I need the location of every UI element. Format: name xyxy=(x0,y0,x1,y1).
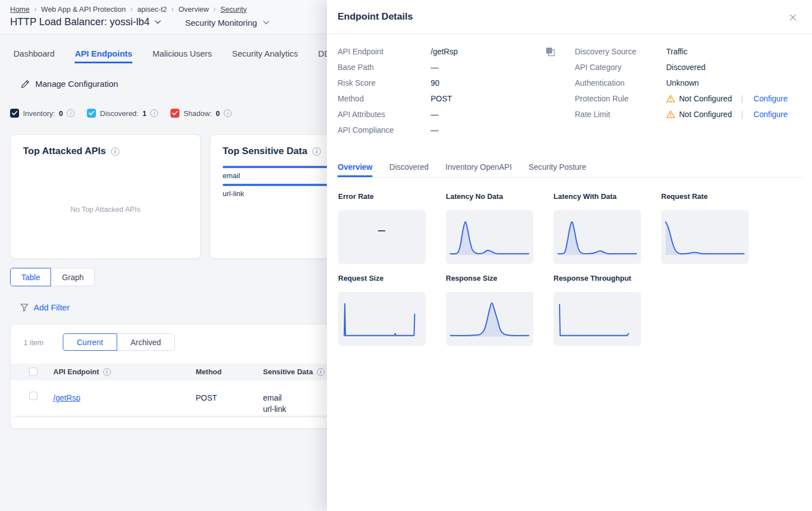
breadcrumb-home[interactable]: Home xyxy=(10,5,30,13)
legend-shadow-count: 0 xyxy=(216,109,220,118)
chart-title: Latency With Data xyxy=(553,192,641,201)
load-balancer-title: HTTP Load Balancer: yossi-lb4 xyxy=(10,16,150,28)
sensitive-data-label: url-link xyxy=(223,189,244,198)
legend-discovered-label: Discovered: xyxy=(100,109,139,118)
chart-latency-no-data: Latency No Data xyxy=(446,192,533,264)
legend-shadow: Shadow: 0 xyxy=(170,109,232,118)
field-api-category: API Category Discovered xyxy=(575,59,788,75)
add-filter-button[interactable]: Add Filter xyxy=(20,303,70,312)
sensitive-data-value: email xyxy=(263,392,286,403)
field-api-attributes: API Attributes — xyxy=(338,106,458,122)
chevron-down-icon xyxy=(263,21,269,25)
close-icon[interactable] xyxy=(789,13,797,21)
panel-tab-inventory-openapi[interactable]: Inventory OpenAPI xyxy=(445,162,511,177)
select-all-checkbox[interactable] xyxy=(29,368,38,376)
chart-canvas xyxy=(338,210,426,264)
field-label: Discovery Source xyxy=(575,47,666,56)
field-value: Traffic xyxy=(666,47,688,56)
tab-security-analytics[interactable]: Security Analytics xyxy=(232,49,298,63)
details-left-column: API Endpoint /getRsp Base Path — Risk Sc… xyxy=(338,44,458,138)
chart-canvas xyxy=(553,292,641,346)
column-method: Method xyxy=(196,368,222,376)
panel-tab-overview[interactable]: Overview xyxy=(338,162,372,177)
chart-canvas xyxy=(446,210,533,264)
add-filter-label: Add Filter xyxy=(34,303,70,312)
endpoint-type-legend: Inventory: 0 Discovered: 1 Shadow: 0 xyxy=(10,109,232,118)
panel-title: Endpoint Details xyxy=(338,11,413,22)
pencil-icon xyxy=(21,80,30,89)
warning-icon xyxy=(666,110,675,118)
endpoint-link[interactable]: /getRsp xyxy=(53,393,80,402)
state-toggle-current[interactable]: Current xyxy=(63,333,117,351)
configure-rate-limit-link[interactable]: Configure xyxy=(754,110,788,119)
column-sensitive-data-label: Sensitive Data xyxy=(263,368,313,376)
view-toggle-table[interactable]: Table xyxy=(10,268,51,286)
chart-response-throughput: Response Throughput xyxy=(553,274,641,346)
separator: | xyxy=(741,94,743,103)
legend-inventory-count: 0 xyxy=(59,109,63,118)
field-value: Unknown xyxy=(666,78,699,87)
top-attacked-apis-card: Top Attacked APIs No Top Attacked APIs xyxy=(10,134,201,259)
field-discovery-source: Discovery Source Traffic xyxy=(575,44,788,59)
info-icon xyxy=(67,109,75,117)
tab-api-endpoints[interactable]: API Endpoints xyxy=(75,49,132,63)
chart-canvas xyxy=(553,210,641,264)
breadcrumb-security[interactable]: Security xyxy=(220,5,247,13)
breadcrumb-namespace[interactable]: apisec-t2 xyxy=(137,5,167,13)
state-toggle: Current Archived xyxy=(63,333,175,351)
copy-icon[interactable] xyxy=(546,47,555,57)
protection-rule-status: Not Configured xyxy=(679,94,732,103)
shadow-checkbox[interactable] xyxy=(170,109,179,118)
chart-canvas xyxy=(338,292,426,346)
field-label: API Attributes xyxy=(338,110,431,119)
state-toggle-archived[interactable]: Archived xyxy=(117,333,175,351)
manage-configuration-label: Manage Configuration xyxy=(35,79,118,89)
chart-title: Request Size xyxy=(338,274,426,283)
field-label: Risk Score xyxy=(338,78,431,87)
field-value: — xyxy=(431,63,439,72)
page-title[interactable]: HTTP Load Balancer: yossi-lb4 xyxy=(10,16,161,28)
security-monitoring-select[interactable]: Security Monitoring xyxy=(185,18,269,27)
inventory-checkbox[interactable] xyxy=(10,109,19,118)
no-data-dash xyxy=(378,230,385,231)
field-label: Base Path xyxy=(338,63,431,72)
info-icon xyxy=(103,368,111,376)
info-icon xyxy=(111,147,119,156)
panel-tab-discovered[interactable]: Discovered xyxy=(389,162,428,177)
charts-grid: Error Rate Latency No Data Latency With … xyxy=(338,192,749,346)
check-icon xyxy=(89,111,94,115)
breadcrumb-overview[interactable]: Overview xyxy=(178,5,209,13)
chart-title: Response Size xyxy=(446,274,533,283)
row-checkbox[interactable] xyxy=(29,392,38,400)
manage-configuration-button[interactable]: Manage Configuration xyxy=(21,79,118,89)
column-method-label: Method xyxy=(196,368,222,376)
field-label: Method xyxy=(338,94,431,103)
field-label: Protection Rule xyxy=(575,94,666,103)
tab-malicious-users[interactable]: Malicious Users xyxy=(153,49,212,63)
field-value: POST xyxy=(431,94,452,103)
field-risk-score: Risk Score 90 xyxy=(338,75,458,91)
tab-dashboard[interactable]: Dashboard xyxy=(13,49,54,63)
chart-title: Error Rate xyxy=(338,192,426,201)
details-right-column: Discovery Source Traffic API Category Di… xyxy=(575,44,788,122)
rate-limit-status: Not Configured xyxy=(679,110,732,119)
top-attacked-apis-title-text: Top Attacked APIs xyxy=(23,146,106,157)
view-toggle-graph[interactable]: Graph xyxy=(50,268,95,286)
discovered-checkbox[interactable] xyxy=(87,109,96,118)
check-icon xyxy=(12,111,17,115)
configure-protection-rule-link[interactable]: Configure xyxy=(754,94,788,103)
sensitive-data-label: email xyxy=(223,171,240,180)
breadcrumb-waap[interactable]: Web App & API Protection xyxy=(41,5,126,13)
chart-latency-with-data: Latency With Data xyxy=(553,192,641,264)
security-monitoring-label: Security Monitoring xyxy=(185,18,257,27)
field-value: /getRsp xyxy=(431,47,458,56)
sensitive-data-value: url-link xyxy=(263,403,286,415)
panel-tab-security-posture[interactable]: Security Posture xyxy=(529,162,587,177)
legend-inventory: Inventory: 0 xyxy=(10,109,75,118)
breadcrumb-separator: › xyxy=(34,4,37,13)
field-label: Rate Limit xyxy=(575,110,666,119)
check-icon xyxy=(172,111,178,115)
legend-shadow-label: Shadow: xyxy=(183,109,212,118)
filter-funnel-icon xyxy=(20,303,29,312)
endpoint-details-panel: Endpoint Details API Endpoint /getRsp Ba… xyxy=(327,0,812,511)
